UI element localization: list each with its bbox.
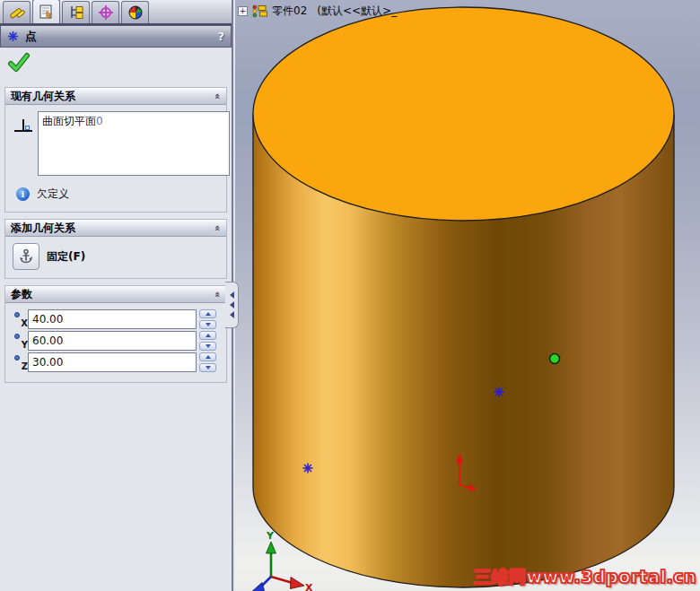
feature-tree-flyout: + 零件02 (默认<<默认>_ xyxy=(238,4,397,19)
param-row-z: Z xyxy=(13,352,219,372)
fix-relation-button[interactable] xyxy=(13,243,39,270)
definition-status-row: 欠定义 xyxy=(16,187,219,202)
property-manager-icon xyxy=(38,4,56,20)
sketch-point-asterisk[interactable] xyxy=(494,387,504,397)
z-coordinate-icon: Z xyxy=(13,353,28,371)
triad-x-label: X xyxy=(305,582,313,591)
y-spinner xyxy=(199,331,216,351)
info-icon xyxy=(16,187,30,201)
graphics-viewport[interactable]: + 零件02 (默认<<默认>_ xyxy=(235,0,700,591)
display-manager-icon xyxy=(127,4,144,21)
left-arrow-icon xyxy=(230,301,234,309)
help-button[interactable]: ? xyxy=(217,30,224,43)
group-parameters: 参数 « X Y xyxy=(4,285,227,383)
group-title: 添加几何关系 xyxy=(11,221,75,236)
part-configuration: (默认<<默认>_ xyxy=(317,4,397,19)
spin-up-button[interactable] xyxy=(199,309,216,318)
group-parameters-header[interactable]: 参数 « xyxy=(5,286,226,303)
collapse-chevron-icon[interactable]: « xyxy=(212,224,223,230)
pm-actions xyxy=(0,48,232,81)
tab-property-manager[interactable] xyxy=(32,0,60,23)
left-arrow-icon xyxy=(230,291,234,299)
manager-tabbar xyxy=(0,0,232,25)
z-spinner xyxy=(199,352,216,372)
cylinder-top-face[interactable] xyxy=(253,7,674,221)
panel-flyout-handle[interactable] xyxy=(225,282,239,328)
relations-listbox[interactable]: 曲面切平面0 xyxy=(38,111,230,176)
param-row-x: X xyxy=(13,309,219,329)
pm-title: 点 xyxy=(25,29,37,45)
spin-down-button[interactable] xyxy=(199,363,216,372)
group-add-relations: 添加几何关系 « 固定(F) xyxy=(4,219,227,279)
z-coordinate-input[interactable] xyxy=(28,352,197,372)
tab-dimxpert-manager[interactable] xyxy=(92,1,119,23)
group-existing-relations: 现有几何关系 « 曲面切平面0 欠定义 xyxy=(4,87,227,213)
spin-down-button[interactable] xyxy=(199,342,216,351)
anchor-icon xyxy=(18,248,34,265)
group-title: 参数 xyxy=(11,287,32,302)
group-title: 现有几何关系 xyxy=(11,89,75,104)
triad-y-label: Y xyxy=(266,530,275,542)
selected-point[interactable] xyxy=(550,354,560,364)
tab-configuration-manager[interactable] xyxy=(62,1,90,23)
param-row-y: Y xyxy=(13,331,219,351)
definition-status: 欠定义 xyxy=(37,187,69,202)
x-spinner xyxy=(199,309,216,329)
ok-checkmark-button[interactable] xyxy=(7,52,31,74)
relation-list-item[interactable]: 曲面切平面0 xyxy=(42,114,225,129)
y-coordinate-icon: Y xyxy=(13,332,28,350)
spin-down-button[interactable] xyxy=(199,320,216,329)
group-add-relations-header[interactable]: 添加几何关系 « xyxy=(5,220,226,237)
point-feature-icon xyxy=(7,30,19,42)
left-arrow-icon xyxy=(230,311,234,318)
spin-up-button[interactable] xyxy=(199,352,216,361)
fix-relation-label: 固定(F) xyxy=(47,249,85,265)
y-coordinate-input[interactable] xyxy=(28,331,197,351)
tab-display-manager[interactable] xyxy=(121,1,149,23)
group-existing-relations-header[interactable]: 现有几何关系 « xyxy=(5,88,226,105)
pm-header: 点 ? xyxy=(0,25,232,48)
collapse-chevron-icon[interactable]: « xyxy=(212,92,223,99)
feature-tree-icon xyxy=(8,4,26,21)
watermark: 三维网www.3dportal.cn xyxy=(474,566,696,589)
spin-up-button[interactable] xyxy=(199,331,216,340)
part-icon xyxy=(252,4,267,18)
x-coordinate-input[interactable] xyxy=(28,309,197,329)
model-scene: Y X xyxy=(235,0,700,591)
sketch-point-asterisk[interactable] xyxy=(303,464,313,474)
tab-feature-manager[interactable] xyxy=(3,1,31,23)
collapse-chevron-icon[interactable]: « xyxy=(212,291,223,297)
property-manager-panel: 点 ? 现有几何关系 « 曲面切平面0 xyxy=(0,0,233,591)
configuration-manager-icon xyxy=(67,4,85,21)
tree-expand-button[interactable]: + xyxy=(238,6,248,16)
x-coordinate-icon: X xyxy=(13,310,28,328)
part-name[interactable]: 零件02 xyxy=(272,4,307,19)
tangent-relation-icon xyxy=(14,117,34,132)
dimxpert-icon xyxy=(97,4,115,21)
solidworks-window: 点 ? 现有几何关系 « 曲面切平面0 xyxy=(0,0,700,591)
